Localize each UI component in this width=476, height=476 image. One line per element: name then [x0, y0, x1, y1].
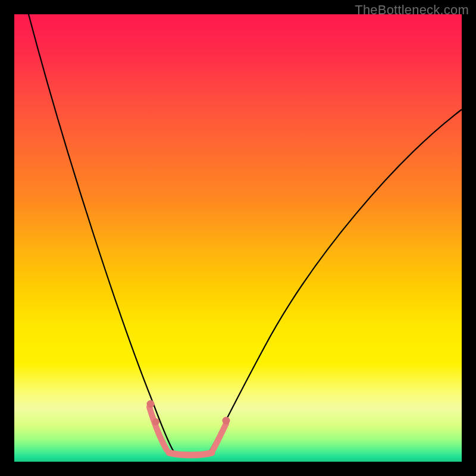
accent-dot [223, 417, 230, 425]
watermark-text: TheBottleneck.com [355, 2, 469, 18]
right-accent-segment [213, 424, 226, 450]
curve-layer [14, 14, 462, 462]
left-accent-segment [149, 407, 167, 450]
accent-dot [152, 418, 159, 425]
plot-area [14, 14, 462, 462]
floor-accent-segment [169, 453, 212, 455]
bottleneck-curve [29, 14, 462, 454]
chart-frame: TheBottleneck.com [0, 0, 476, 476]
accent-dot [147, 400, 155, 408]
